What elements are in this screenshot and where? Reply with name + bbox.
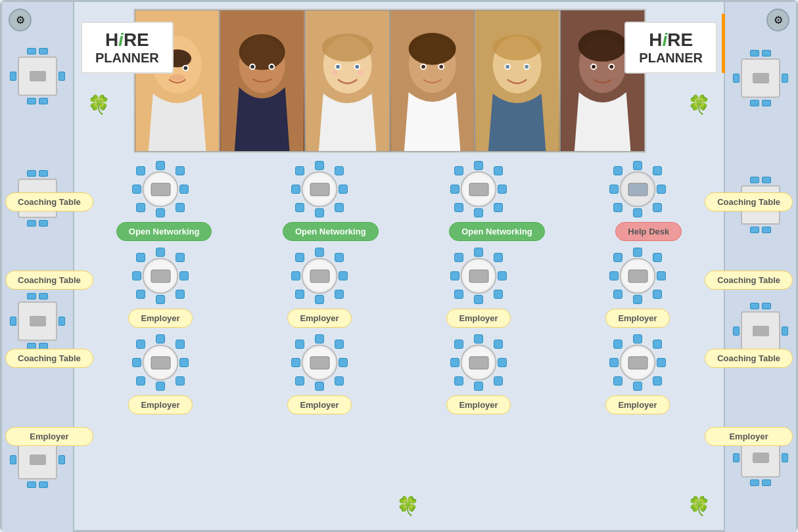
svg-point-45 [609, 65, 613, 69]
employer-label-3-1[interactable]: Employer [287, 395, 351, 414]
table-row-3 [81, 333, 717, 392]
help-desk[interactable]: Help Desk [615, 222, 682, 241]
svg-point-37 [505, 65, 509, 69]
table-row-2 [81, 246, 717, 305]
svg-point-27 [409, 33, 456, 65]
open-networking-3[interactable]: Open Networking [449, 222, 545, 241]
left-employer[interactable]: Employer [5, 427, 93, 446]
svg-point-38 [525, 65, 529, 69]
table-cell-2-0 [131, 246, 190, 305]
sponsor-logo-left: HiRE PLANNER [81, 22, 174, 74]
clover-decoration: 🍀 [688, 94, 711, 116]
table-cell-0-1 [290, 160, 349, 219]
sponsor-logo-right: HiRE PLANNER [624, 22, 717, 74]
corner-tl-icon: ⚙ [9, 9, 32, 32]
clover-decoration: 🍀 [396, 495, 419, 517]
employer-label-2-3[interactable]: Employer [605, 309, 669, 328]
svg-point-24 [357, 70, 364, 74]
svg-point-44 [592, 65, 596, 69]
employer-label-3-3[interactable]: Employer [605, 395, 669, 414]
employer-label-2-2[interactable]: Employer [446, 309, 510, 328]
video-bar [133, 9, 646, 153]
svg-point-18 [321, 33, 373, 62]
open-networking-1[interactable]: Open Networking [116, 222, 212, 241]
svg-point-30 [421, 65, 425, 69]
table-cell-3-0 [131, 333, 190, 392]
svg-point-21 [336, 65, 340, 69]
svg-point-34 [493, 35, 542, 60]
video-face-3 [305, 10, 390, 152]
svg-point-22 [355, 65, 359, 69]
svg-point-8 [170, 74, 185, 81]
right-employer[interactable]: Employer [705, 427, 793, 446]
video-faces [135, 10, 645, 152]
right-wall-top-booth [733, 50, 788, 106]
table-cell-2-3 [608, 246, 667, 305]
table-cell-0-2 [449, 160, 508, 219]
clover-decoration: 🍀 [87, 94, 110, 116]
video-face-4 [390, 10, 475, 152]
table-cell-2-1 [290, 246, 349, 305]
svg-point-7 [183, 66, 187, 70]
right-coaching-table-2[interactable]: Coaching Table [705, 271, 793, 290]
main-floor: ⚙ ⚙ 🍀 🍀 🍀 🍀 HiRE PLANNER HiRE PLANNER [0, 0, 798, 532]
label-row-2: Employer Employer Employer Employer [81, 309, 717, 328]
table-cell-3-3 [608, 333, 667, 392]
left-coaching-table-1[interactable]: Coaching Table [5, 192, 93, 211]
orange-accent [722, 14, 725, 73]
svg-point-15 [270, 65, 274, 69]
label-row-3: Employer Employer Employer Employer [81, 395, 717, 414]
left-labels: Coaching Table Coaching Table Coaching T… [5, 192, 93, 446]
table-row-0 [81, 160, 717, 219]
corner-tr-icon: ⚙ [766, 9, 789, 32]
right-coaching-table-1[interactable]: Coaching Table [705, 192, 793, 211]
right-coaching-table-3[interactable]: Coaching Table [705, 349, 793, 368]
employer-label-2-0[interactable]: Employer [128, 309, 192, 328]
employer-label-3-0[interactable]: Employer [128, 395, 192, 414]
label-row-1: Open Networking Open Networking Open Net… [81, 222, 717, 241]
svg-point-23 [331, 70, 338, 74]
table-cell-3-1 [290, 333, 349, 392]
table-cell-0-3 [608, 160, 667, 219]
left-coaching-table-3[interactable]: Coaching Table [5, 349, 93, 368]
employer-label-2-1[interactable]: Employer [287, 309, 351, 328]
right-labels: Coaching Table Coaching Table Coaching T… [705, 192, 793, 446]
svg-point-31 [439, 65, 443, 69]
clover-decoration: 🍀 [688, 495, 711, 517]
employer-label-3-2[interactable]: Employer [446, 395, 510, 414]
video-face-2 [220, 10, 304, 152]
left-wall-top-booth [10, 48, 65, 104]
table-cell-2-2 [449, 246, 508, 305]
main-grid: Open Networking Open Networking Open Net… [81, 160, 717, 517]
svg-point-41 [578, 30, 626, 62]
svg-point-11 [239, 34, 285, 70]
left-coaching-table-2[interactable]: Coaching Table [5, 271, 93, 290]
table-cell-3-2 [449, 333, 508, 392]
table-cell-0-0 [131, 160, 190, 219]
svg-point-14 [250, 65, 254, 69]
open-networking-2[interactable]: Open Networking [283, 222, 379, 241]
video-face-5 [475, 10, 559, 152]
